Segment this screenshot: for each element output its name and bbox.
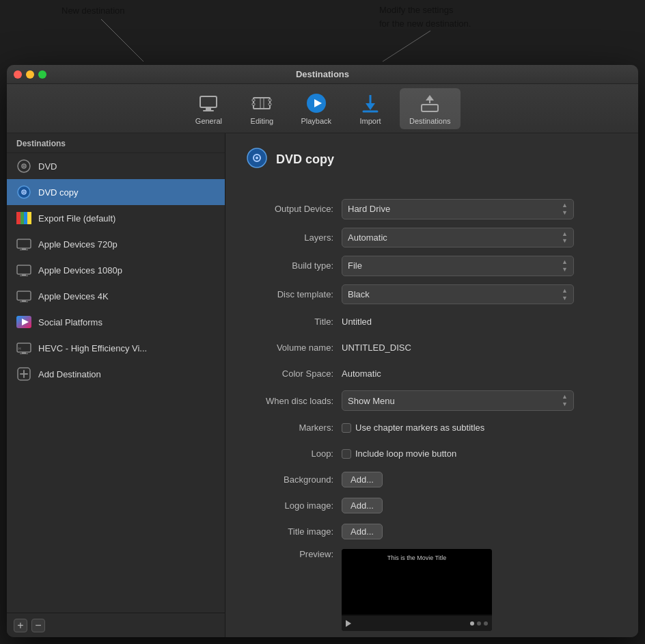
color-strip-icon (16, 211, 31, 226)
svg-rect-32 (22, 248, 26, 250)
svg-marker-19 (426, 95, 434, 100)
destinations-icon (419, 92, 441, 114)
label-loop: Loop: (246, 448, 342, 459)
maximize-button[interactable] (38, 70, 46, 79)
svg-rect-31 (17, 239, 31, 248)
toolbar-item-playback[interactable]: Playback (291, 88, 341, 129)
select-layers[interactable]: Automatic ▲▼ (342, 228, 574, 248)
toolbar: General Editing (7, 84, 638, 133)
form-row-loop: Loop: Include loop movie button (246, 445, 618, 463)
main-content: Destinations DVD (7, 133, 638, 637)
svg-point-51 (256, 157, 258, 159)
svg-rect-4 (203, 110, 214, 111)
label-title-image: Title image: (246, 526, 342, 537)
svg-rect-37 (17, 291, 31, 300)
annotations: New destination Modify the settings for … (0, 0, 645, 65)
form-row-color-space: Color Space: Automatic (246, 364, 618, 382)
hevc-icon: H (16, 340, 31, 355)
svg-rect-27 (16, 212, 20, 224)
toolbar-item-destinations[interactable]: Destinations (400, 88, 461, 129)
import-icon (359, 92, 381, 114)
value-volume-name: UNTITLED_DISC (342, 343, 411, 353)
filmstrip-icon (251, 92, 273, 114)
sidebar-item-export-file[interactable]: Export File (default) (7, 205, 225, 231)
checkbox-loop-label: Include loop movie button (355, 448, 456, 459)
svg-rect-38 (22, 300, 26, 301)
remove-item-button[interactable]: − (31, 619, 45, 632)
form-row-preview: Preview: This is the Movie Title (246, 549, 618, 631)
sidebar-item-label-social: Social Platforms (38, 317, 102, 327)
svg-line-1 (383, 31, 430, 62)
detail-header: DVD copy (246, 147, 618, 183)
label-volume-name: Volume name: (246, 343, 342, 353)
value-color-space: Automatic (342, 368, 381, 379)
sidebar-item-label-apple-4k: Apple Devices 4K (38, 291, 109, 301)
form-row-output-device: Output Device: Hard Drive ▲▼ (246, 199, 618, 219)
play-circle-icon (305, 92, 327, 114)
window-title: Destinations (296, 69, 349, 79)
svg-rect-7 (252, 103, 255, 105)
toolbar-item-import[interactable]: Import (346, 88, 394, 129)
form-row-title-image: Title image: Add... (246, 523, 618, 541)
logo-image-add-button[interactable]: Add... (342, 498, 383, 513)
label-build-type: Build type: (246, 260, 342, 271)
detail-panel: DVD copy Output Device: Hard Drive ▲▼ La… (225, 133, 638, 637)
select-build-type[interactable]: File ▲▼ (342, 256, 574, 276)
titlebar: Destinations (7, 65, 638, 84)
label-preview: Preview: (246, 549, 342, 559)
window-controls[interactable] (14, 70, 46, 79)
toolbar-item-general[interactable]: General (184, 88, 232, 129)
add-item-button[interactable]: + (14, 619, 27, 632)
toolbar-label-editing: Editing (251, 117, 274, 125)
sidebar-item-apple-720p[interactable]: Apple Devices 720p (7, 231, 225, 257)
form-row-background: Background: Add... (246, 471, 618, 489)
callout-modify-settings: Modify the settings for the new destinat… (379, 3, 471, 30)
title-image-add-button[interactable]: Add... (342, 524, 383, 539)
device-4k-icon (16, 289, 31, 304)
toolbar-label-destinations: Destinations (409, 117, 451, 125)
select-disc-template[interactable]: Black ▲▼ (342, 284, 574, 305)
svg-rect-34 (17, 265, 31, 274)
toolbar-label-import: Import (359, 117, 381, 125)
label-when-disc-loads: When disc loads: (246, 396, 342, 406)
preview-title-text: This is the Movie Title (387, 554, 447, 561)
checkbox-loop-box[interactable] (342, 449, 351, 459)
close-button[interactable] (14, 70, 22, 79)
label-markers: Markers: (246, 422, 342, 433)
callout-new-destination: New destination (61, 5, 125, 16)
svg-line-0 (101, 19, 143, 62)
svg-rect-29 (24, 212, 27, 224)
label-color-space: Color Space: (246, 368, 342, 379)
sidebar-item-dvd[interactable]: DVD (7, 153, 225, 179)
sidebar-item-label-add-destination: Add Destination (38, 369, 101, 379)
preview-controls (342, 616, 492, 631)
toolbar-item-editing[interactable]: Editing (238, 88, 286, 129)
minimize-button[interactable] (26, 70, 34, 79)
select-arrows-output-device: ▲▼ (562, 202, 568, 217)
sidebar-item-apple-4k[interactable]: Apple Devices 4K (7, 283, 225, 309)
sidebar-item-label-apple-1080p: Apple Devices 1080p (38, 265, 122, 276)
checkbox-loop[interactable]: Include loop movie button (342, 448, 456, 459)
sidebar-item-apple-1080p[interactable]: Apple Devices 1080p (7, 257, 225, 283)
label-disc-template: Disc template: (246, 289, 342, 299)
svg-rect-28 (20, 212, 24, 224)
sidebar-item-hevc[interactable]: H HEVC - High Efficiency Vi... (7, 335, 225, 361)
sidebar-item-add-destination[interactable]: Add Destination (7, 361, 225, 387)
select-when-disc-loads[interactable]: Show Menu ▲▼ (342, 390, 574, 411)
sidebar-footer: + − (7, 613, 225, 637)
preview-play-button[interactable] (346, 620, 351, 627)
sidebar-item-social[interactable]: Social Platforms (7, 309, 225, 335)
form-row-title: Title: Untitled (246, 312, 618, 330)
checkbox-markers[interactable]: Use chapter markers as subtitles (342, 422, 484, 433)
background-add-button[interactable]: Add... (342, 472, 383, 487)
svg-rect-36 (20, 276, 28, 276)
select-arrows-disc-template: ▲▼ (562, 287, 568, 302)
svg-marker-15 (366, 103, 375, 110)
checkbox-markers-box[interactable] (342, 423, 351, 433)
sidebar-item-dvd-copy[interactable]: DVD copy (7, 179, 225, 205)
select-output-device[interactable]: Hard Drive ▲▼ (342, 199, 574, 219)
form-row-markers: Markers: Use chapter markers as subtitle… (246, 419, 618, 437)
preview-content: This is the Movie Title (342, 549, 492, 615)
sidebar-list: DVD DVD copy (7, 153, 225, 613)
disc-blue-icon (16, 185, 31, 200)
